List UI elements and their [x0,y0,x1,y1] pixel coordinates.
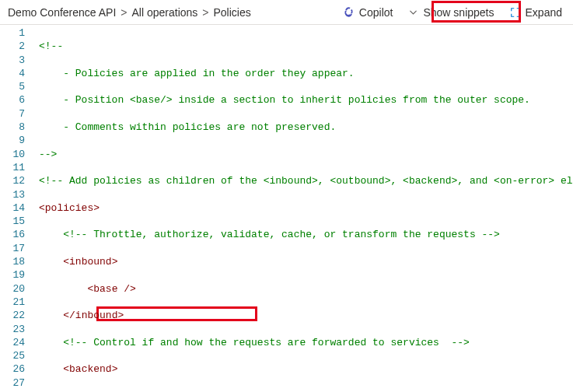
expand-icon [510,7,521,18]
line-number: 5 [0,80,25,93]
chevron-down-icon [408,7,418,17]
copilot-icon [343,6,355,18]
toolbar: Copilot Show snippets Expand [337,3,568,22]
expand-label: Expand [526,6,562,19]
line-number: 22 [0,309,25,322]
line-number: 16 [0,228,25,241]
line-number: 4 [0,67,25,80]
line-number: 18 [0,255,25,268]
line-number: 24 [0,336,25,349]
editor-header: Demo Conference API > All operations > P… [0,0,573,25]
line-number: 12 [0,174,25,187]
breadcrumb-sep: > [121,6,127,19]
line-number: 19 [0,268,25,282]
line-number: 11 [0,161,25,174]
line-number: 17 [0,242,25,255]
code-editor[interactable]: 1 2 3 4 5 6 7 8 9 10 11 12 13 14 15 16 1… [0,25,573,392]
line-number: 27 [0,376,25,390]
breadcrumb-sep: > [202,6,208,19]
breadcrumb-item[interactable]: All operations [131,6,197,19]
copilot-label: Copilot [359,6,393,19]
line-number: 3 [0,54,25,67]
line-number: 23 [0,323,25,336]
line-number: 21 [0,296,25,309]
line-number: 8 [0,121,25,134]
line-number: 26 [0,362,25,376]
line-number: 7 [0,107,25,121]
code-content[interactable]: <!-- - Policies are applied in the order… [33,25,573,392]
line-number: 6 [0,93,25,107]
line-number-gutter: 1 2 3 4 5 6 7 8 9 10 11 12 13 14 15 16 1… [0,25,33,392]
breadcrumb-item[interactable]: Policies [214,6,251,19]
breadcrumb: Demo Conference API > All operations > P… [5,6,337,19]
line-number: 14 [0,201,25,215]
line-number: 9 [0,134,25,147]
line-number: 1 [0,26,25,40]
breadcrumb-item[interactable]: Demo Conference API [8,6,116,19]
line-number: 20 [0,282,25,296]
line-number: 13 [0,188,25,201]
snippets-label: Show snippets [423,6,494,19]
line-number: 10 [0,148,25,161]
line-number: 15 [0,215,25,228]
line-number: 2 [0,40,25,53]
copilot-button[interactable]: Copilot [337,3,400,22]
show-snippets-button[interactable]: Show snippets [402,3,500,22]
line-number: 25 [0,349,25,362]
expand-button[interactable]: Expand [504,3,568,22]
